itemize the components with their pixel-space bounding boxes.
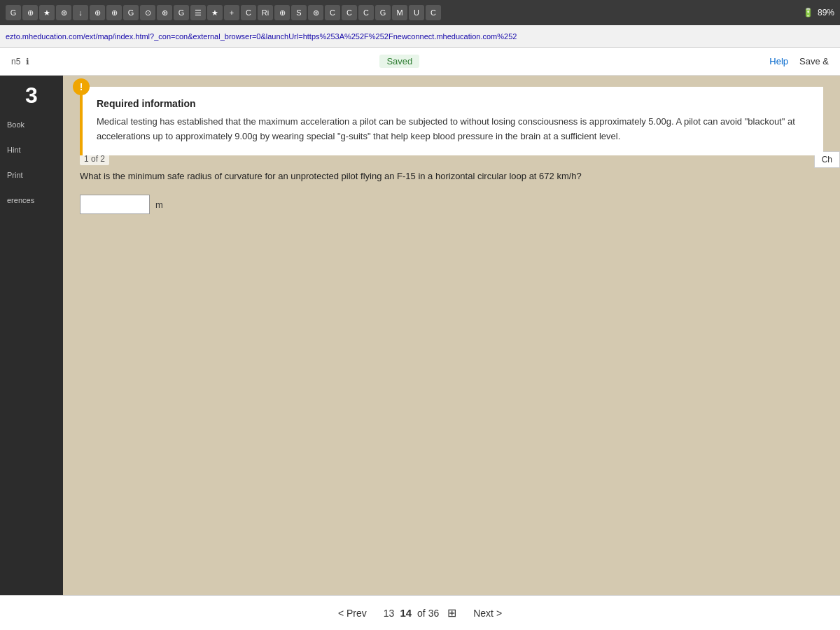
toolbar-icon-c1[interactable]: C bbox=[241, 5, 256, 20]
tab-indicator: n5 bbox=[11, 57, 20, 66]
content-area: Ch 1 of 2 ! Required information Medical… bbox=[63, 76, 840, 595]
bottom-nav: < Prev 13 14 of 36 ⊞ Next > bbox=[0, 595, 840, 630]
sidebar-item-book[interactable]: Book bbox=[6, 118, 57, 132]
toolbar-icon-2[interactable]: ⊕ bbox=[22, 5, 38, 20]
info-icon: ℹ bbox=[26, 57, 29, 66]
toolbar-icon-c3[interactable]: C bbox=[342, 5, 357, 20]
info-title: Required information bbox=[97, 98, 809, 109]
info-body: Medical testing has established that the… bbox=[97, 115, 809, 144]
prev-button[interactable]: < Prev bbox=[330, 603, 375, 623]
section-number: 3 bbox=[6, 84, 57, 106]
toolbar-icon-15[interactable]: ⊕ bbox=[308, 5, 323, 20]
toolbar-icon-m[interactable]: M bbox=[392, 5, 407, 20]
toolbar-icon-c5[interactable]: G bbox=[375, 5, 391, 20]
toolbar-icon-g[interactable]: G bbox=[123, 5, 139, 20]
toolbar-icon-6[interactable]: ⊕ bbox=[90, 5, 105, 20]
sidebar-item-hint[interactable]: Hint bbox=[6, 143, 57, 157]
toolbar-icon-8[interactable]: ⊙ bbox=[140, 5, 155, 20]
page-num-14[interactable]: 14 bbox=[400, 607, 412, 619]
grid-icon[interactable]: ⊞ bbox=[447, 606, 456, 620]
battery-icon: 🔋 bbox=[803, 8, 813, 18]
toolbar-icon-s[interactable]: S bbox=[291, 5, 307, 20]
answer-input[interactable] bbox=[80, 195, 150, 214]
answer-row: m bbox=[80, 195, 823, 214]
toolbar-icon-c2[interactable]: C bbox=[325, 5, 340, 20]
main-layout: 3 Book Hint Print erences Ch 1 of 2 ! Re… bbox=[0, 76, 840, 595]
toolbar-icon-14[interactable]: ⊕ bbox=[274, 5, 290, 20]
toolbar-icon-12[interactable]: + bbox=[224, 5, 239, 20]
toolbar-icon-c4[interactable]: C bbox=[358, 5, 374, 20]
address-text: ezto.mheducation.com/ext/map/index.html?… bbox=[6, 32, 517, 41]
question-text: What is the minimum safe radius of curva… bbox=[80, 169, 823, 184]
unit-label: m bbox=[155, 200, 163, 210]
toolbar-icon-3[interactable]: ★ bbox=[39, 5, 55, 20]
address-bar[interactable]: ezto.mheducation.com/ext/map/index.html?… bbox=[0, 25, 840, 48]
toolbar-icon-5[interactable]: ↓ bbox=[73, 5, 88, 20]
of-label: of 36 bbox=[417, 608, 439, 619]
toolbar-icon-g2[interactable]: G bbox=[174, 5, 189, 20]
toolbar-icon-4[interactable]: ⊕ bbox=[56, 5, 71, 20]
browser-chrome: G ⊕ ★ ⊕ ↓ ⊕ ⊕ G ⊙ ⊕ G ☰ ★ + C Ri ⊕ S ⊕ C… bbox=[0, 0, 840, 25]
app-header-right: Help Save & bbox=[769, 56, 829, 66]
save-button[interactable]: Save & bbox=[799, 56, 829, 66]
toolbar-icons: G ⊕ ★ ⊕ ↓ ⊕ ⊕ G ⊙ ⊕ G ☰ ★ + C Ri ⊕ S ⊕ C… bbox=[6, 5, 441, 20]
next-button[interactable]: Next > bbox=[465, 603, 510, 623]
battery-info: 🔋 89% bbox=[803, 8, 834, 18]
toolbar-icon-7[interactable]: ⊕ bbox=[106, 5, 122, 20]
sidebar: 3 Book Hint Print erences bbox=[0, 76, 63, 595]
toolbar-icon-1[interactable]: G bbox=[6, 5, 21, 20]
app-header: n5 ℹ Saved Help Save & bbox=[0, 48, 840, 76]
help-link[interactable]: Help bbox=[769, 56, 788, 66]
page-numbers: 13 14 of 36 bbox=[384, 607, 439, 619]
question-area: What is the minimum safe radius of curva… bbox=[80, 169, 823, 215]
app-header-left: n5 ℹ bbox=[11, 57, 29, 66]
page-num-13[interactable]: 13 bbox=[384, 608, 395, 619]
toolbar-icon-c6[interactable]: C bbox=[426, 5, 441, 20]
toolbar-icon-11[interactable]: ★ bbox=[207, 5, 223, 20]
toolbar-icon-13[interactable]: Ri bbox=[258, 5, 273, 20]
toolbar-icon-9[interactable]: ⊕ bbox=[157, 5, 172, 20]
battery-percentage: 89% bbox=[818, 8, 834, 18]
sidebar-item-references[interactable]: erences bbox=[6, 193, 57, 207]
saved-badge: Saved bbox=[379, 55, 419, 68]
warning-icon: ! bbox=[73, 78, 90, 95]
info-box: ! Required information Medical testing h… bbox=[80, 87, 823, 155]
sidebar-item-print[interactable]: Print bbox=[6, 168, 57, 182]
toolbar-icon-10[interactable]: ☰ bbox=[190, 5, 206, 20]
toolbar-icon-u[interactable]: U bbox=[409, 5, 424, 20]
